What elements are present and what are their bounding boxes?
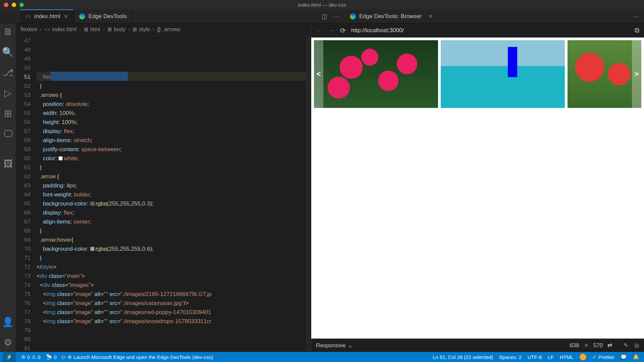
carousel-image — [441, 40, 565, 108]
settings-gear-icon[interactable]: ⚙ — [4, 337, 12, 348]
editor-pane: flexbox› <>index.html› ⊞html› ⊞body› ⊞st… — [16, 23, 311, 352]
launch-edge-button[interactable]: ▷⚙ Launch Microsoft Edge and open the Ed… — [62, 354, 213, 360]
explorer-icon[interactable]: 🗎 — [3, 26, 13, 37]
breadcrumb-item[interactable]: <>index.html — [45, 26, 76, 33]
run-debug-icon[interactable]: ▷ — [4, 87, 12, 99]
breadcrumb-item[interactable]: ⊞body — [107, 26, 125, 33]
rotate-icon[interactable]: ⇄ — [607, 342, 612, 349]
problems-errors[interactable]: ⊘ 0 ⚠ 0 — [21, 354, 41, 360]
breadcrumb-item[interactable]: ⊞html — [84, 26, 100, 33]
prettier-status[interactable]: ✓ Prettier — [592, 354, 614, 360]
code-editor[interactable]: 4748495051525354555657585960616263646566… — [16, 36, 311, 352]
viewport-width[interactable]: 638 — [570, 342, 579, 349]
maximize-window-button[interactable] — [19, 3, 24, 7]
cursor-position[interactable]: Ln 51, Col 28 (22 selected) — [433, 354, 493, 360]
line-number-gutter: 4748495051525354555657585960616263646566… — [16, 36, 37, 352]
carousel-prev-arrow[interactable]: < — [314, 38, 323, 111]
window-title: index.html — dev-css — [298, 2, 346, 8]
tab-label: index.html — [34, 13, 60, 20]
viewport-height[interactable]: 570 — [593, 342, 603, 349]
tab-edge-browser[interactable]: Edge DevTools: Browser ✕ — [344, 9, 438, 23]
eol-status[interactable]: LF — [548, 354, 554, 360]
browser-pane: ← → ⟳ http://localhost:3000/ ⧉ < > Respo… — [311, 23, 644, 352]
chevron-down-icon: ⌄ — [348, 342, 353, 349]
url-bar[interactable]: http://localhost:3000/ — [351, 27, 629, 34]
touch-icon[interactable]: ✎ — [624, 342, 628, 349]
responsive-toolbar: Responsive⌄ 638 ✕ 570 ⇄ ✎ ◎ — [311, 339, 644, 352]
more-actions-icon[interactable]: ⋯ — [633, 13, 639, 20]
language-mode[interactable]: HTML — [560, 354, 574, 360]
screencast-icon[interactable]: ⧉ — [635, 26, 639, 34]
port-status[interactable]: 📡 0 — [46, 354, 57, 360]
breadcrumbs[interactable]: flexbox› <>index.html› ⊞html› ⊞body› ⊞st… — [16, 23, 311, 36]
reload-icon[interactable]: ⟳ — [340, 26, 346, 35]
search-icon[interactable]: 🔍 — [2, 47, 14, 58]
bell-icon[interactable]: 🔔 — [633, 354, 639, 360]
cat-icon[interactable] — [580, 354, 586, 360]
minimize-window-button[interactable] — [12, 3, 16, 7]
feedback-icon[interactable]: 💬 — [621, 354, 627, 360]
split-editor-icon[interactable]: ◫ — [322, 13, 327, 20]
breadcrumb-item[interactable]: flexbox — [20, 26, 38, 33]
more-actions-icon[interactable]: ⋯ — [333, 13, 339, 20]
indent-status[interactable]: Spaces: 2 — [499, 354, 522, 360]
encoding-status[interactable]: UTF-8 — [528, 354, 542, 360]
carousel-image — [314, 40, 438, 108]
tab-index-html[interactable]: <> index.html ✕ — [20, 9, 74, 23]
tab-edge-devtools[interactable]: Edge DevTools — [74, 9, 132, 23]
image-icon[interactable]: 🖼 — [3, 158, 13, 169]
back-icon[interactable]: ← — [316, 26, 323, 34]
status-bar: ⚡ ⊘ 0 ⚠ 0 📡 0 ▷⚙ Launch Microsoft Edge a… — [0, 352, 644, 362]
breadcrumb-item[interactable]: {}.arrows — [157, 26, 180, 33]
tab-bar: <> index.html ✕ Edge DevTools ◫ ⋯ Edge D… — [0, 9, 644, 23]
forward-icon[interactable]: → — [328, 26, 335, 34]
close-icon[interactable]: ✕ — [64, 13, 68, 19]
traffic-lights — [0, 3, 24, 7]
tab-label: Edge DevTools: Browser — [359, 13, 422, 20]
code-content[interactable]: flex-shrink: 0; } .arrows { position: ab… — [37, 36, 306, 352]
close-icon[interactable]: ✕ — [428, 13, 433, 19]
inspect-icon[interactable]: ◎ — [634, 342, 639, 349]
edge-icon — [79, 13, 85, 19]
browser-viewport[interactable]: < > — [311, 38, 644, 339]
carousel-image — [568, 40, 641, 108]
extensions-icon[interactable]: ⊞ — [4, 108, 12, 119]
tab-label: Edge DevTools — [89, 13, 127, 20]
remote-button[interactable]: ⚡ — [3, 352, 16, 362]
minimap[interactable] — [306, 36, 311, 352]
source-control-icon[interactable]: ⎇ — [3, 67, 13, 78]
edge-icon — [350, 13, 356, 19]
activity-bar: 🗎 🔍 ⎇ ▷ ⊞ 🖵 🖼 👤 ⚙ — [0, 23, 16, 352]
dimension-x-icon: ✕ — [584, 342, 589, 349]
accounts-icon[interactable]: 👤 — [2, 316, 14, 327]
close-window-button[interactable] — [4, 3, 8, 7]
device-select[interactable]: Responsive⌄ — [316, 342, 353, 349]
remote-explorer-icon[interactable]: 🖵 — [3, 128, 13, 139]
carousel-next-arrow[interactable]: > — [632, 38, 641, 111]
html-file-icon: <> — [25, 14, 31, 19]
browser-nav: ← → ⟳ http://localhost:3000/ ⧉ — [311, 23, 644, 38]
titlebar: index.html — dev-css — [0, 0, 644, 9]
breadcrumb-item[interactable]: ⊞style — [132, 26, 150, 33]
